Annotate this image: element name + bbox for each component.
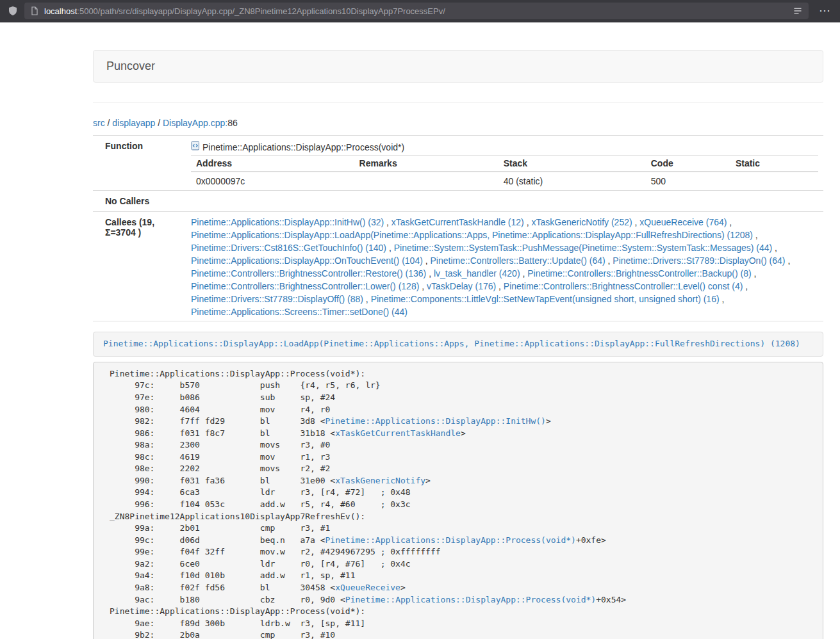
metrics-value-remarks [354, 172, 498, 189]
url-text: localhost:5000/path/src/displayapp/Displ… [44, 6, 788, 16]
row-label-no-callers: No Callers [93, 191, 186, 212]
metrics-col-address: Address [191, 156, 354, 172]
row-label-callees: Callees (19, Σ=3704 ) [93, 212, 186, 321]
metrics-col-remarks: Remarks [354, 156, 498, 172]
breadcrumb-link-displayapp[interactable]: displayapp [112, 118, 155, 128]
callee-separator: , [727, 217, 732, 227]
breadcrumb: src / displayapp / DisplayApp.cpp:86 [93, 117, 823, 129]
callee-link[interactable]: lv_task_handler (420) [434, 268, 520, 279]
overflow-menu-icon[interactable]: ⋯ [818, 5, 832, 17]
function-name: Pinetime::Applications::DisplayApp::Proc… [202, 141, 404, 154]
callee-link[interactable]: Pinetime::Applications::DisplayApp::OnTo… [191, 255, 423, 266]
function-cell: Pinetime::Applications::DisplayApp::Proc… [186, 136, 823, 191]
disassembly-block: Pinetime::Applications::DisplayApp::Proc… [93, 362, 823, 639]
callee-separator: , [752, 268, 757, 279]
symbol-panel-link[interactable]: Pinetime::Applications::DisplayApp::Load… [103, 339, 800, 348]
callee-separator: , [772, 243, 777, 253]
callees-row: Callees (19, Σ=3704 ) Pinetime::Applicat… [93, 212, 823, 321]
callee-link[interactable]: xTaskGenericNotify (252) [531, 217, 632, 227]
callee-separator: , [786, 255, 791, 266]
reader-view-icon[interactable] [793, 6, 802, 15]
divider [93, 102, 823, 103]
callee-separator: , [520, 268, 528, 279]
callee-separator: , [632, 217, 640, 227]
callee-separator: , [496, 281, 504, 291]
page-container: Puncover src / displayapp / DisplayApp.c… [93, 50, 823, 639]
breadcrumb-link-src[interactable]: src [93, 118, 105, 128]
url-host: localhost [44, 6, 77, 16]
function-row: Function Pinetime::Applications::Display… [93, 136, 823, 191]
no-callers-cell [186, 191, 823, 212]
function-title: Pinetime::Applications::DisplayApp::Proc… [191, 141, 818, 154]
metrics-value-static [730, 172, 818, 189]
callee-link[interactable]: vTaskDelay (176) [427, 281, 496, 291]
function-table: Function Pinetime::Applications::Display… [93, 135, 823, 321]
metrics-table: AddressRemarksStackCodeStatic 0x0000097c… [191, 155, 818, 189]
breadcrumb-separator: / [155, 118, 163, 128]
app-navbar: Puncover [93, 50, 823, 83]
callee-separator: , [384, 217, 391, 227]
callee-link[interactable]: Pinetime::Applications::DisplayApp::Init… [191, 217, 384, 227]
symbol-link[interactable]: xTaskGenericNotify [335, 476, 425, 485]
breadcrumb-line-number: 86 [227, 118, 238, 128]
metrics-col-static: Static [730, 156, 818, 172]
callee-link[interactable]: Pinetime::Controllers::Battery::Update()… [431, 255, 605, 266]
function-icon [191, 141, 200, 154]
callee-link[interactable]: Pinetime::Drivers::St7789::DisplayOff() … [191, 294, 363, 304]
callee-separator: , [419, 281, 427, 291]
metrics-value-stack: 40 (static) [498, 172, 646, 189]
callee-link[interactable]: Pinetime::Controllers::BrightnessControl… [191, 268, 426, 279]
callee-separator: , [426, 268, 434, 279]
breadcrumb-separator: / [105, 118, 113, 128]
symbol-link[interactable]: xQueueReceive [335, 583, 400, 592]
callee-link[interactable]: Pinetime::Controllers::BrightnessControl… [504, 281, 743, 291]
callee-separator: , [386, 243, 394, 253]
breadcrumb-link-file[interactable]: DisplayApp.cpp: [163, 118, 227, 128]
url-bar[interactable]: localhost:5000/path/src/displayapp/Displ… [24, 3, 809, 19]
metrics-header-row: AddressRemarksStackCodeStatic [191, 156, 818, 172]
callee-separator: , [743, 281, 748, 291]
metrics-value-code: 500 [646, 172, 730, 189]
tracking-protection-shield-icon[interactable] [8, 6, 18, 16]
callee-link[interactable]: Pinetime::Controllers::BrightnessControl… [527, 268, 751, 279]
no-callers-row: No Callers [93, 191, 823, 212]
callee-link[interactable]: xQueueReceive (764) [639, 217, 727, 227]
row-label-function: Function [93, 136, 186, 191]
callee-link[interactable]: xTaskGetCurrentTaskHandle (12) [391, 217, 524, 227]
metrics-col-code: Code [646, 156, 730, 172]
callee-separator: , [363, 294, 371, 304]
callee-separator: , [753, 230, 758, 240]
callee-link[interactable]: Pinetime::System::SystemTask::PushMessag… [394, 243, 773, 253]
callee-link[interactable]: Pinetime::Drivers::St7789::DisplayOn() (… [613, 255, 785, 266]
symbol-panel-heading: Pinetime::Applications::DisplayApp::Load… [93, 332, 823, 357]
callee-link[interactable]: Pinetime::Drivers::Cst816S::GetTouchInfo… [191, 243, 386, 253]
symbol-link[interactable]: Pinetime::Applications::DisplayApp::Proc… [325, 535, 576, 545]
metrics-col-stack: Stack [498, 156, 646, 172]
brand-link[interactable]: Puncover [94, 60, 168, 73]
url-path: :5000/path/src/displayapp/DisplayApp.cpp… [77, 6, 445, 16]
symbol-link[interactable]: Pinetime::Applications::DisplayApp::Init… [325, 416, 546, 426]
browser-chrome: localhost:5000/path/src/displayapp/Displ… [0, 0, 840, 22]
callee-separator: , [524, 217, 532, 227]
callee-separator: , [720, 294, 725, 304]
metrics-value-address: 0x0000097c [191, 172, 354, 189]
symbol-link[interactable]: xTaskGetCurrentTaskHandle [335, 428, 461, 438]
callee-link[interactable]: Pinetime::Applications::DisplayApp::Load… [191, 230, 753, 240]
callee-link[interactable]: Pinetime::Controllers::BrightnessControl… [191, 281, 419, 291]
callee-link[interactable]: Pinetime::Components::LittleVgl::SetNewT… [371, 294, 720, 304]
callee-link[interactable]: Pinetime::Applications::Screens::Timer::… [191, 307, 408, 317]
callee-separator: , [423, 255, 431, 266]
page-info-icon[interactable] [31, 6, 38, 15]
callees-cell: Pinetime::Applications::DisplayApp::Init… [186, 212, 823, 321]
symbol-link[interactable]: Pinetime::Applications::DisplayApp::Proc… [345, 595, 596, 604]
callee-separator: , [605, 255, 613, 266]
metrics-value-row: 0x0000097c40 (static)500 [191, 172, 818, 189]
